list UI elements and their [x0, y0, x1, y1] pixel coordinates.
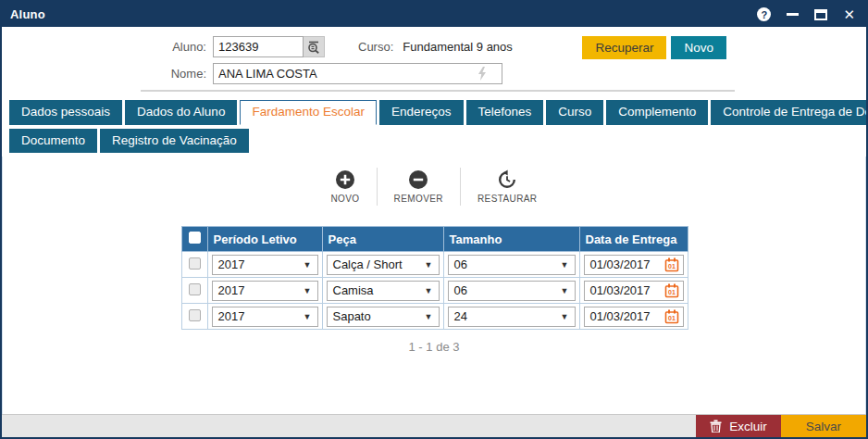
- tab-complemento[interactable]: Complemento: [606, 100, 708, 125]
- curso-label: Curso:: [358, 40, 393, 54]
- tab-dados-do-aluno[interactable]: Dados do Aluno: [125, 100, 237, 125]
- chevron-down-icon: ▼: [561, 286, 569, 295]
- table-row: 2017▼ Sapato▼ 24▼ 01/03/2017 01: [181, 304, 688, 330]
- grid-header-row: Período Letivo Peça Tamanho Data de Entr…: [181, 227, 688, 252]
- window-controls: ? ✕: [757, 7, 866, 21]
- data-entrega-input[interactable]: 01/03/2017 01: [584, 281, 684, 301]
- peca-select[interactable]: Sapato▼: [327, 307, 440, 327]
- chevron-down-icon: ▼: [304, 286, 312, 295]
- col-tamanho: Tamanho: [443, 227, 579, 252]
- salvar-button[interactable]: Salvar: [781, 415, 866, 437]
- curso-value: Fundamental 9 anos: [403, 40, 513, 54]
- lightning-icon: [477, 67, 488, 81]
- plus-circle-icon: [335, 169, 355, 190]
- tab-strip: Dados pessoais Dados do Aluno Fardamento…: [2, 92, 866, 157]
- tab-documento[interactable]: Documento: [9, 129, 97, 153]
- footer-bar: Excluir Salvar: [2, 414, 866, 437]
- search-icon: [306, 40, 321, 55]
- tab-telefones[interactable]: Telefones: [466, 100, 544, 125]
- fardamento-grid: Período Letivo Peça Tamanho Data de Entr…: [181, 226, 688, 354]
- remover-row-label: REMOVER: [394, 194, 443, 204]
- col-data-entrega: Data de Entrega: [579, 227, 688, 252]
- row-checkbox[interactable]: [189, 257, 201, 270]
- header-buttons: Recuperar Novo: [582, 36, 726, 59]
- tamanho-select[interactable]: 06▼: [448, 281, 576, 301]
- excluir-label: Excluir: [729, 420, 767, 433]
- data-entrega-input[interactable]: 01/03/2017 01: [584, 255, 684, 275]
- student-form: Aluno: Curso: Fundamental 9 anos Recuper…: [2, 27, 866, 92]
- row-checkbox[interactable]: [189, 309, 201, 321]
- select-all-checkbox[interactable]: [189, 232, 201, 244]
- remover-row-button[interactable]: REMOVER: [377, 168, 460, 206]
- periodo-select[interactable]: 2017▼: [212, 255, 318, 275]
- col-peca: Peça: [322, 227, 443, 252]
- nome-input[interactable]: [213, 63, 502, 84]
- titlebar: Aluno ? ✕: [2, 2, 866, 27]
- chevron-down-icon: ▼: [425, 260, 433, 270]
- table-row: 2017▼ Calça / Short▼ 06▼ 01/03/2017 01: [181, 252, 688, 278]
- chevron-down-icon: ▼: [425, 286, 433, 295]
- svg-text:01: 01: [668, 315, 676, 321]
- novo-row-label: NOVO: [331, 194, 360, 204]
- tab-fardamento-escolar[interactable]: Fardamento Escolar: [240, 100, 377, 125]
- tab-curso[interactable]: Curso: [546, 100, 603, 125]
- aluno-label: Aluno:: [2, 40, 213, 54]
- tab-registro-vacinacao[interactable]: Registro de Vacinação: [100, 129, 249, 153]
- periodo-select[interactable]: 2017▼: [212, 281, 318, 301]
- svg-text:01: 01: [668, 289, 676, 295]
- pagination-status: 1 - 1 de 3: [181, 340, 688, 354]
- aluno-window: Aluno ? ✕ Aluno: Curso: Fundamental 9: [0, 0, 868, 439]
- calendar-icon[interactable]: 01: [664, 309, 679, 324]
- restaurar-button[interactable]: RESTAURAR: [460, 168, 554, 206]
- peca-select[interactable]: Calça / Short▼: [327, 255, 440, 275]
- calendar-icon[interactable]: 01: [664, 283, 679, 298]
- svg-text:01: 01: [668, 263, 676, 270]
- help-icon[interactable]: ?: [757, 7, 771, 21]
- novo-button[interactable]: Novo: [671, 36, 726, 59]
- aluno-input[interactable]: [213, 36, 304, 57]
- minimize-icon[interactable]: [787, 13, 799, 16]
- tab-controle-entrega-documentos[interactable]: Controle de Entrega de Documentos: [711, 100, 868, 125]
- nome-label: Nome:: [2, 67, 213, 81]
- recuperar-button[interactable]: Recuperar: [582, 36, 666, 59]
- form-separator: [141, 90, 735, 92]
- periodo-select[interactable]: 2017▼: [212, 307, 318, 327]
- data-entrega-input[interactable]: 01/03/2017 01: [584, 307, 684, 327]
- chevron-down-icon: ▼: [304, 260, 312, 270]
- row-checkbox[interactable]: [189, 283, 201, 295]
- restore-icon[interactable]: [814, 9, 827, 20]
- peca-select[interactable]: Camisa▼: [327, 281, 440, 301]
- restaurar-label: RESTAURAR: [477, 194, 538, 204]
- tab-content-fardamento: NOVO REMOVER RESTAURAR: [2, 157, 866, 414]
- tab-dados-pessoais[interactable]: Dados pessoais: [9, 100, 122, 125]
- chevron-down-icon: ▼: [304, 312, 312, 321]
- chevron-down-icon: ▼: [561, 312, 569, 321]
- tab-enderecos[interactable]: Endereços: [379, 100, 464, 125]
- chevron-down-icon: ▼: [561, 260, 569, 270]
- window-title: Aluno: [2, 7, 45, 21]
- novo-row-button[interactable]: NOVO: [315, 168, 377, 206]
- table-row: 2017▼ Camisa▼ 06▼ 01/03/2017 01: [181, 278, 688, 304]
- history-icon: [497, 169, 517, 190]
- tamanho-select[interactable]: 06▼: [448, 255, 576, 275]
- nome-row: Nome:: [2, 63, 866, 84]
- grid-toolbar: NOVO REMOVER RESTAURAR: [3, 168, 865, 206]
- tamanho-select[interactable]: 24▼: [448, 307, 576, 327]
- trash-icon: [710, 420, 722, 433]
- aluno-row: Aluno: Curso: Fundamental 9 anos Recuper…: [2, 36, 866, 57]
- col-periodo-letivo: Período Letivo: [207, 227, 322, 252]
- excluir-button[interactable]: Excluir: [696, 415, 781, 437]
- calendar-icon[interactable]: 01: [664, 257, 679, 272]
- close-icon[interactable]: ✕: [843, 7, 855, 21]
- minus-circle-icon: [408, 169, 428, 190]
- chevron-down-icon: ▼: [425, 312, 433, 321]
- search-student-button[interactable]: [304, 36, 325, 57]
